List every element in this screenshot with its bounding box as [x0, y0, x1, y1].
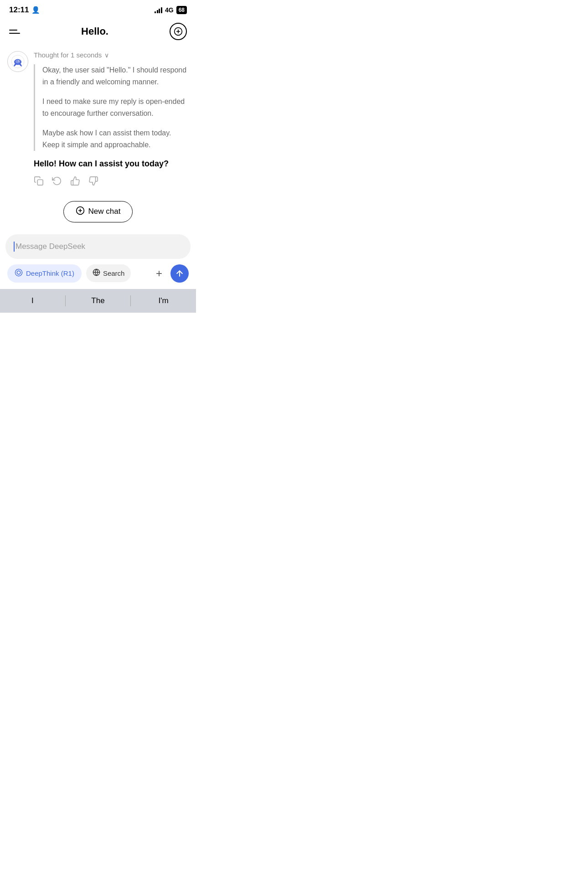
new-chat-container: New chat [7, 201, 189, 222]
menu-line-1 [9, 30, 17, 31]
new-chat-plus-icon [76, 206, 85, 217]
message-placeholder: Message DeepSeek [15, 242, 85, 251]
thumbup-button[interactable] [70, 176, 80, 188]
header: Hello. [0, 18, 196, 46]
header-new-chat-button[interactable] [170, 23, 187, 40]
search-label: Search [103, 269, 125, 277]
status-time: 12:11 👤 [9, 5, 40, 15]
svg-point-13 [15, 269, 22, 276]
compose-icon [174, 27, 183, 36]
signal-bar-4 [161, 7, 162, 13]
send-button[interactable] [170, 264, 189, 283]
battery-badge: 68 [176, 6, 187, 14]
globe-icon [93, 268, 100, 278]
thumbdown-button[interactable] [88, 176, 98, 188]
new-chat-button[interactable]: New chat [63, 201, 133, 222]
status-icons: 4G 68 [155, 6, 187, 14]
time-display: 12:11 [9, 5, 29, 15]
chat-area: Thought for 1 seconds ∨ Okay, the user s… [0, 46, 196, 234]
search-button[interactable]: Search [86, 264, 131, 282]
keyboard-suggestions: I The I'm [0, 289, 196, 313]
ai-content: Thought for 1 seconds ∨ Okay, the user s… [34, 51, 189, 193]
ai-response-text: Hello! How can I assist you today? [34, 158, 189, 170]
thought-body: Okay, the user said "Hello." I should re… [34, 64, 189, 151]
suggestion-the[interactable]: The [66, 296, 131, 305]
thought-label: Thought for 1 seconds [34, 51, 102, 59]
deepseek-logo [11, 55, 25, 68]
deepthink-button[interactable]: DeepThink (R1) [7, 264, 82, 283]
thought-para-3: Maybe ask how I can assist them today. K… [42, 127, 189, 150]
thought-chevron-icon: ∨ [104, 52, 109, 59]
deepthink-icon [15, 268, 23, 279]
svg-point-7 [19, 61, 20, 62]
svg-rect-8 [37, 180, 43, 185]
regenerate-button[interactable] [52, 176, 62, 188]
suggestion-i[interactable]: I [0, 296, 65, 305]
thought-header[interactable]: Thought for 1 seconds ∨ [34, 51, 189, 59]
message-input-box[interactable]: Message DeepSeek [5, 234, 191, 259]
status-bar: 12:11 👤 4G 68 [0, 0, 196, 18]
network-label: 4G [165, 6, 174, 14]
signal-bars [155, 7, 162, 13]
deepthink-label: DeepThink (R1) [26, 269, 74, 277]
toolbar: DeepThink (R1) Search + [5, 264, 191, 283]
signal-bar-3 [159, 9, 160, 13]
input-area: Message DeepSeek DeepThink (R1) Search [0, 234, 196, 287]
message-actions [34, 176, 189, 188]
copy-button[interactable] [34, 176, 44, 188]
thought-para-1: Okay, the user said "Hello." I should re… [42, 64, 189, 88]
text-cursor [14, 242, 15, 252]
signal-bar-1 [155, 11, 156, 13]
signal-bar-2 [157, 10, 158, 13]
ai-avatar [7, 51, 28, 72]
person-icon: 👤 [31, 6, 40, 14]
svg-point-12 [17, 271, 21, 274]
suggestion-im[interactable]: I'm [131, 296, 196, 305]
menu-line-2 [9, 33, 20, 34]
thought-para-2: I need to make sure my reply is open-end… [42, 96, 189, 119]
send-icon [175, 269, 184, 278]
ai-message: Thought for 1 seconds ∨ Okay, the user s… [7, 51, 189, 193]
new-chat-label: New chat [88, 207, 121, 216]
plus-button[interactable]: + [152, 265, 166, 282]
menu-button[interactable] [9, 30, 20, 34]
page-title: Hello. [81, 26, 108, 37]
